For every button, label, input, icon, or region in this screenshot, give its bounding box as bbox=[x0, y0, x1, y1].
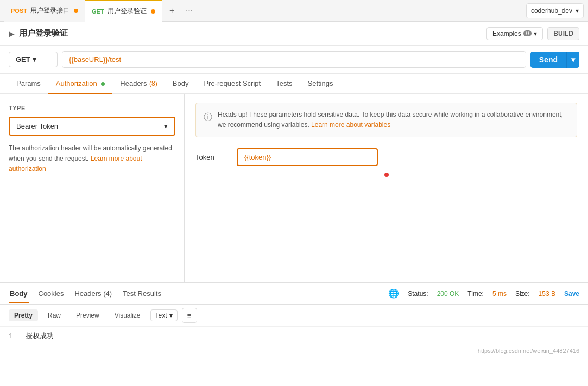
workspace-selector[interactable]: coderhub_dev ▾ bbox=[526, 3, 584, 18]
response-line-1-text: 授权成功 bbox=[26, 332, 54, 340]
request-title-bar: ▶ 用户登录验证 Examples 0 ▾ BUILD bbox=[0, 22, 588, 46]
format-raw[interactable]: Raw bbox=[42, 309, 66, 321]
save-response-button[interactable]: Save bbox=[564, 290, 579, 298]
wrap-icon: ≡ bbox=[187, 312, 192, 320]
format-pretty[interactable]: Pretty bbox=[9, 309, 38, 321]
format-bar: Pretty Raw Preview Visualize Text ▾ ≡ bbox=[0, 305, 588, 327]
token-input[interactable] bbox=[237, 148, 378, 166]
tab-get[interactable]: GET 用户登录验证 bbox=[85, 0, 162, 22]
resp-tab-body[interactable]: Body bbox=[9, 285, 29, 303]
tab-add-button[interactable]: + bbox=[165, 3, 180, 18]
examples-button[interactable]: Examples 0 ▾ bbox=[486, 27, 543, 40]
method-chevron: ▾ bbox=[33, 55, 36, 64]
tab-get-method: GET bbox=[92, 8, 104, 15]
tab-more-button[interactable]: ··· bbox=[182, 3, 197, 18]
tab-nav-tests[interactable]: Tests bbox=[268, 74, 300, 94]
method-label: GET bbox=[16, 55, 30, 64]
watermark: https://blog.csdn.net/weixin_44827416 bbox=[0, 345, 588, 356]
bearer-chevron: ▾ bbox=[164, 122, 168, 130]
right-panel: ⓘ Heads up! These parameters hold sensit… bbox=[185, 94, 588, 282]
left-panel: TYPE Bearer Token ▾ The authorization he… bbox=[0, 94, 185, 282]
tab-actions: + ··· bbox=[165, 3, 197, 18]
send-button-group: Send ▾ bbox=[530, 52, 579, 68]
time-value: 5 ms bbox=[492, 290, 507, 298]
workspace-chevron: ▾ bbox=[576, 7, 579, 15]
examples-label: Examples bbox=[492, 30, 521, 37]
main-content: TYPE Bearer Token ▾ The authorization he… bbox=[0, 94, 588, 282]
tab-get-dot bbox=[151, 9, 155, 14]
resp-tab-test-results[interactable]: Test Results bbox=[122, 285, 162, 303]
workspace-name: coderhub_dev bbox=[531, 7, 572, 15]
token-row: Token bbox=[195, 148, 577, 166]
tab-post[interactable]: POST 用户登录接口 bbox=[4, 0, 85, 22]
token-label: Token bbox=[195, 153, 228, 161]
tab-nav-body[interactable]: Body bbox=[165, 74, 197, 94]
tab-post-method: POST bbox=[11, 8, 27, 14]
response-body: 1 授权成功 bbox=[0, 327, 588, 345]
alert-link[interactable]: Learn more about variables bbox=[311, 121, 390, 129]
url-bar: GET ▾ Send ▾ bbox=[0, 46, 588, 74]
tab-nav-authorization[interactable]: Authorization bbox=[48, 74, 113, 94]
alert-icon: ⓘ bbox=[204, 110, 212, 124]
format-type-label: Text bbox=[155, 312, 167, 319]
response-status-bar: 🌐 Status: 200 OK Time: 5 ms Size: 153 B … bbox=[388, 288, 579, 299]
tab-post-label: 用户登录接口 bbox=[30, 6, 69, 15]
build-button[interactable]: BUILD bbox=[547, 27, 579, 40]
format-type-chevron: ▾ bbox=[169, 312, 173, 319]
send-dropdown-button[interactable]: ▾ bbox=[566, 52, 579, 68]
examples-badge: 0 bbox=[523, 30, 532, 36]
bearer-token-select[interactable]: Bearer Token ▾ bbox=[9, 117, 175, 136]
line-number-1: 1 bbox=[9, 333, 12, 340]
type-label: TYPE bbox=[9, 105, 175, 111]
resp-tab-cookies[interactable]: Cookies bbox=[37, 285, 65, 303]
collapse-button[interactable]: ▶ bbox=[9, 29, 15, 38]
tab-nav-params[interactable]: Params bbox=[9, 74, 48, 94]
globe-icon: 🌐 bbox=[388, 288, 399, 299]
resp-tab-headers[interactable]: Headers (4) bbox=[73, 285, 113, 303]
response-tabs: Body Cookies Headers (4) Test Results 🌐 … bbox=[0, 283, 588, 305]
tab-nav-settings[interactable]: Settings bbox=[300, 74, 341, 94]
time-label: Time: bbox=[467, 290, 484, 298]
size-value: 153 B bbox=[539, 290, 555, 298]
headers-badge: (8) bbox=[149, 80, 157, 87]
request-title-actions: Examples 0 ▾ BUILD bbox=[486, 27, 579, 40]
size-label: Size: bbox=[515, 290, 530, 298]
authorization-dot bbox=[101, 82, 105, 86]
alert-content: Heads up! These parameters hold sensitiv… bbox=[218, 110, 569, 130]
send-dropdown-chevron: ▾ bbox=[571, 55, 575, 64]
examples-chevron: ▾ bbox=[534, 30, 537, 37]
alert-box: ⓘ Heads up! These parameters hold sensit… bbox=[195, 103, 577, 137]
bearer-token-label: Bearer Token bbox=[16, 122, 58, 130]
tab-post-dot bbox=[74, 9, 78, 13]
tab-bar: POST 用户登录接口 GET 用户登录验证 + ··· coderhub_de… bbox=[0, 0, 588, 22]
wrap-button[interactable]: ≡ bbox=[182, 308, 197, 323]
url-input[interactable] bbox=[62, 51, 526, 68]
request-title: 用户登录验证 bbox=[19, 28, 68, 39]
auth-info: The authorization header will be automat… bbox=[9, 143, 175, 175]
method-select[interactable]: GET ▾ bbox=[9, 52, 58, 67]
format-preview[interactable]: Preview bbox=[71, 309, 105, 321]
tab-get-label: 用户登录验证 bbox=[108, 7, 147, 16]
format-visualize[interactable]: Visualize bbox=[109, 309, 146, 321]
status-label: Status: bbox=[408, 290, 428, 298]
format-type-select[interactable]: Text ▾ bbox=[150, 309, 178, 321]
tab-nav-headers[interactable]: Headers (8) bbox=[112, 74, 165, 94]
red-dot-indicator bbox=[384, 173, 389, 177]
tab-nav-prerequest[interactable]: Pre-request Script bbox=[196, 74, 268, 94]
response-section: Body Cookies Headers (4) Test Results 🌐 … bbox=[0, 282, 588, 380]
send-button[interactable]: Send bbox=[530, 52, 566, 68]
status-value: 200 OK bbox=[437, 290, 459, 298]
tabs-nav: Params Authorization Headers (8) Body Pr… bbox=[0, 74, 588, 94]
send-label: Send bbox=[539, 55, 558, 64]
